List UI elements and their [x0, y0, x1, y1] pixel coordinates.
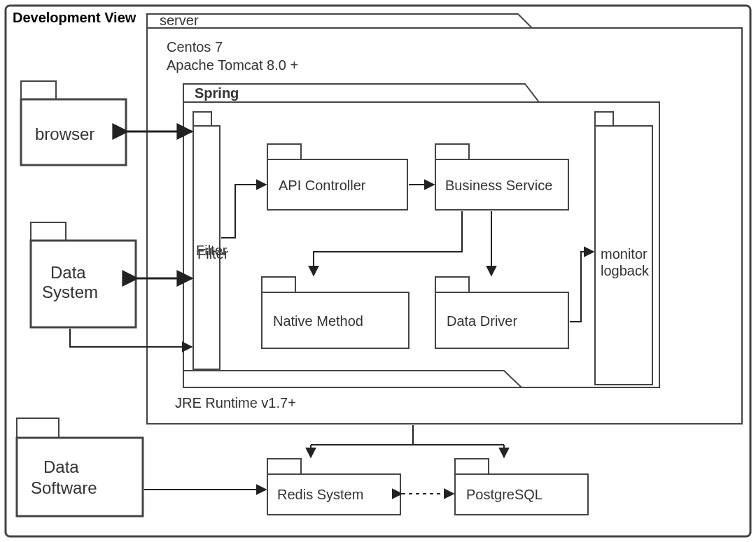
svg-rect-23 — [455, 459, 489, 474]
server-os: Centos 7 — [167, 39, 223, 55]
native-method-component: Native Method — [262, 277, 409, 348]
svg-rect-2 — [193, 112, 211, 126]
monitor-label-line1: monitor — [601, 246, 648, 262]
svg-rect-7 — [267, 144, 301, 159]
native-method-label: Native Method — [273, 313, 363, 329]
svg-rect-1 — [183, 102, 659, 387]
business-service-component: Business Service — [435, 144, 568, 210]
postgres-label: PostgreSQL — [466, 487, 542, 502]
redis-package: Redis System — [267, 459, 400, 515]
filter-label-text: Filter — [196, 243, 227, 258]
api-controller-label: API Controller — [279, 178, 366, 193]
postgres-package: PostgreSQL — [455, 459, 588, 515]
server-runtime: JRE Runtime v1.7+ — [175, 395, 296, 411]
server-container: Apache Tomcat 8.0 + — [167, 57, 298, 73]
svg-rect-17 — [31, 222, 66, 241]
svg-rect-15 — [21, 81, 56, 99]
data-system-label-l2: System — [42, 283, 98, 301]
spring-package: Spring — [183, 84, 659, 387]
spring-label: Spring — [195, 85, 239, 101]
svg-rect-11 — [262, 277, 295, 292]
svg-rect-19 — [17, 418, 59, 438]
arrow-datadriver-monitor — [570, 252, 594, 322]
data-system-label-l1: Data — [50, 263, 86, 282]
data-software-label-l1: Data — [43, 457, 79, 476]
data-software-label-l2: Software — [31, 478, 97, 497]
api-controller-component: API Controller — [267, 144, 407, 210]
data-software-package: Data Software — [17, 418, 143, 516]
arrow-filter-api — [221, 185, 266, 238]
filter-component: Filter — [193, 112, 229, 369]
data-driver-component: Data Driver — [435, 277, 568, 348]
data-driver-label: Data Driver — [447, 313, 517, 329]
svg-rect-20 — [17, 438, 143, 516]
business-service-label: Business Service — [445, 178, 552, 193]
browser-package: browser — [21, 81, 126, 165]
arrow-datasystem-lower-filter — [70, 329, 192, 347]
redis-label: Redis System — [277, 487, 363, 502]
server-label: server — [160, 13, 199, 28]
monitor-label-line2: logback — [601, 263, 650, 278]
diagram-title: Development View — [13, 10, 136, 25]
svg-rect-9 — [435, 144, 469, 159]
svg-rect-13 — [435, 277, 469, 292]
development-view-diagram: Development View server Centos 7 Apache … — [0, 0, 756, 542]
svg-rect-21 — [267, 459, 301, 474]
monitor-component: monitor logback — [595, 112, 652, 385]
svg-rect-5 — [595, 112, 613, 126]
data-system-package: Data System — [31, 222, 136, 327]
arrow-business-native — [314, 211, 462, 276]
browser-label: browser — [35, 124, 94, 143]
